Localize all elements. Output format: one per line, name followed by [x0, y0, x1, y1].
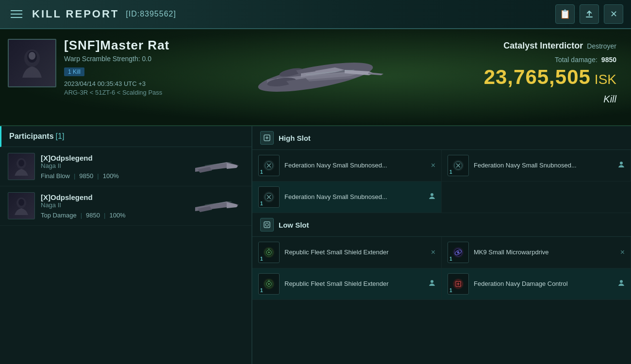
high-slot-item-1[interactable]: 1 Federation Navy Small Snubnosed... [442, 150, 631, 182]
slot-number-l1: 1 [449, 256, 452, 262]
low-slot-header: Low Slot [252, 213, 631, 237]
high-slot-item-icon-1: 1 [448, 155, 469, 176]
high-slot-item-icon-0: 1 [258, 155, 280, 176]
svg-point-33 [457, 251, 460, 254]
participant-name-1: [X]Odpslegend [41, 154, 184, 162]
slot-number-h2: 1 [260, 201, 263, 206]
export-icon [585, 10, 594, 18]
slot-number-l2: 1 [260, 288, 263, 293]
low-slot-item-name-0: Republic Fleet Small Shield Extender [284, 248, 426, 257]
clipboard-button[interactable]: 📋 [555, 4, 575, 24]
low-slot-item-icon-2: 1 [258, 273, 280, 295]
svg-point-22 [431, 193, 433, 196]
participants-title: Participants [9, 132, 54, 141]
high-slot-item-action-0[interactable]: × [431, 161, 435, 170]
header-stats: Catalyst Interdictor Destroyer Total dam… [461, 29, 631, 125]
slot-number-h1: 1 [449, 169, 452, 175]
close-button[interactable]: ✕ [604, 4, 623, 24]
ship-illustration [238, 43, 393, 111]
slot-number-l3: 1 [449, 288, 452, 293]
export-button[interactable] [580, 4, 599, 24]
total-damage-label: Total damage: [555, 56, 598, 64]
svg-point-1 [27, 51, 37, 63]
ship-type: Destroyer [587, 42, 616, 50]
low-slot-item-icon-0: 1 [258, 242, 280, 263]
low-slot-item-name-1: MK9 Small Microwarpdrive [474, 248, 615, 257]
hamburger-menu[interactable] [8, 7, 25, 21]
isk-label: ISK [595, 72, 616, 87]
participant-item-2[interactable]: [X]Odpslegend Naga II Top Damage | 9850 … [0, 186, 251, 226]
title-bar: KILL REPORT [ID:8395562] 📋 ✕ [0, 0, 631, 29]
high-slot-title: High Slot [279, 134, 311, 142]
low-slot-item-name-3: Federation Navy Damage Control [474, 280, 613, 288]
participant-ship-2: Naga II [41, 201, 184, 209]
low-slot-item-3[interactable]: 1 Federation Navy Damage Control [442, 268, 631, 300]
kill-count-badge: 1 Kill [64, 67, 84, 76]
participant-percent-1: 100% [103, 172, 119, 180]
low-slot-item-icon-3: 1 [448, 273, 469, 295]
report-id: [ID:8395562] [126, 10, 176, 18]
participant-info-2: [X]Odpslegend Naga II Top Damage | 9850 … [41, 193, 184, 219]
high-slot-item-name-2: Federation Navy Small Snubnosed... [284, 193, 424, 201]
participant-avatar-1 [8, 153, 35, 180]
main-content: Participants [1] [X]Odpslegend Naga II F… [0, 126, 631, 364]
svg-point-19 [620, 162, 623, 165]
high-slot-item-action-1[interactable] [618, 161, 625, 170]
participant-stats-1: Final Blow | 9850 | 100% [41, 172, 184, 180]
report-title: KILL REPORT [32, 8, 119, 20]
participants-panel: Participants [1] [X]Odpslegend Naga II F… [0, 126, 252, 364]
low-slot-item-action-3[interactable] [618, 280, 625, 288]
svg-point-0 [24, 50, 40, 67]
high-slot-item-icon-2: 1 [258, 186, 280, 208]
participants-count: [1] [56, 132, 65, 141]
participants-header: Participants [1] [0, 126, 251, 147]
slot-number-l0: 1 [260, 256, 263, 262]
participant-badge-2: Top Damage [41, 212, 77, 219]
svg-point-37 [268, 283, 270, 285]
participant-damage-2: 9850 [86, 212, 100, 219]
svg-point-39 [431, 280, 433, 283]
participant-info-1: [X]Odpslegend Naga II Final Blow | 9850 … [41, 154, 184, 180]
high-slot-item-0[interactable]: 1 Federation Navy Small Snubnosed... × [252, 150, 442, 182]
low-slot-icon [260, 218, 274, 232]
kill-result: Kill [603, 94, 616, 105]
low-slot-item-1[interactable]: 1 MK9 Small Microwarpdrive × [442, 237, 631, 268]
svg-rect-23 [264, 222, 270, 228]
svg-point-12 [18, 199, 24, 206]
high-slot-section: High Slot 1 Federation Navy Small Snubno… [252, 126, 631, 213]
participant-ship-img-2 [190, 193, 244, 219]
low-slot-title: Low Slot [279, 221, 309, 229]
participant-avatar-2 [8, 192, 35, 219]
low-slot-item-2[interactable]: 1 Republic Fleet Small Shield Extender [252, 268, 442, 300]
participant-percent-2: 100% [109, 212, 125, 219]
participant-avatar-art-2 [13, 196, 30, 216]
participant-stats-2: Top Damage | 9850 | 100% [41, 212, 184, 219]
high-slot-header: High Slot [252, 126, 631, 150]
high-slot-item-name-1: Federation Navy Small Snubnosed... [474, 161, 613, 170]
participant-ship-1: Naga II [41, 162, 184, 169]
low-slot-item-action-1[interactable]: × [620, 248, 625, 257]
header-panel: [SNF]Master Rat Warp Scramble Strength: … [0, 29, 631, 126]
svg-point-24 [266, 223, 268, 226]
high-slot-grid: 1 Federation Navy Small Snubnosed... × 1 [252, 150, 631, 213]
low-slot-item-action-2[interactable] [429, 280, 435, 288]
low-slot-section: Low Slot 1 Republic Fle [252, 213, 631, 300]
svg-point-9 [18, 160, 24, 166]
participant-name-2: [X]Odpslegend [41, 193, 184, 201]
pilot-avatar [8, 39, 56, 87]
svg-point-28 [268, 251, 270, 253]
participant-item[interactable]: [X]Odpslegend Naga II Final Blow | 9850 … [0, 147, 251, 186]
total-damage-value: 9850 [601, 56, 616, 64]
slot-number-h0: 1 [260, 169, 263, 175]
avatar-art [17, 46, 47, 80]
svg-point-43 [620, 280, 623, 283]
svg-point-2 [29, 52, 35, 60]
low-slot-item-0[interactable]: 1 Republic Fleet Small Shield Extender × [252, 237, 442, 268]
low-slot-item-action-0[interactable]: × [431, 248, 435, 257]
title-actions: 📋 ✕ [555, 4, 623, 24]
high-slot-item-action-2[interactable] [429, 193, 435, 201]
isk-value: 23,765,505 [484, 66, 591, 89]
high-slot-item-2[interactable]: 1 Federation Navy Small Snubnosed... [252, 182, 442, 213]
high-slot-item-name-0: Federation Navy Small Snubnosed... [284, 161, 426, 170]
low-slot-item-name-2: Republic Fleet Small Shield Extender [284, 280, 424, 288]
